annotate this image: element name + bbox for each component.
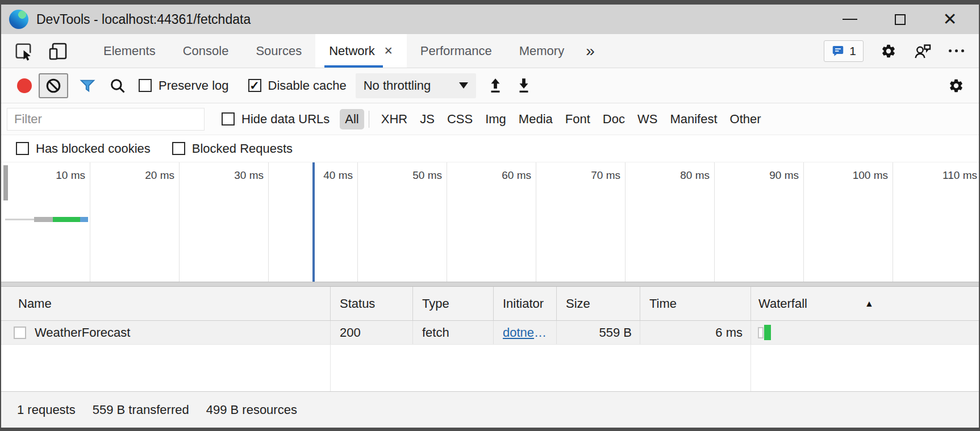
divider [369,111,369,128]
tab-label: Memory [519,44,564,58]
type-filter-ws[interactable]: WS [632,109,662,129]
waterfall-overview-download-bar [53,217,80,222]
devtools-tabbar: Elements Console Sources Network ✕ Perfo… [1,34,979,68]
throttling-dropdown[interactable]: No throttling [356,73,476,98]
timeline-tick: 30 ms [180,162,269,282]
tab-memory[interactable]: Memory [506,34,578,68]
tab-network[interactable]: Network ✕ [315,34,407,68]
filter-row: Hide data URLs All XHR JS CSS Img Media … [1,103,979,135]
maximize-button[interactable] [891,11,908,28]
throttling-value: No throttling [364,78,431,93]
device-toolbar-button[interactable] [48,41,68,61]
inspect-icon [14,41,33,61]
column-header-name[interactable]: Name [1,287,331,320]
tab-performance[interactable]: Performance [407,34,506,68]
type-filter-media[interactable]: Media [514,109,558,129]
request-name[interactable]: WeatherForecast [35,325,130,340]
preserve-log-checkbox[interactable] [139,79,152,92]
disable-cache-checkbox[interactable]: ✓ [248,79,261,92]
waterfall-download-bar [764,325,771,340]
timeline-tick: 90 ms [715,162,804,282]
initiator-link[interactable]: dotne [503,325,534,340]
panel-splitter[interactable] [1,282,979,287]
console-messages-button[interactable]: 1 [824,40,864,62]
type-filter-other[interactable]: Other [725,109,766,129]
column-header-initiator[interactable]: Initiator [494,287,557,320]
type-filter-all[interactable]: All [340,109,364,129]
column-divider [750,345,751,391]
dot-icon [961,49,964,52]
dropdown-caret-icon [459,82,468,89]
tab-sources[interactable]: Sources [242,34,315,68]
network-overview-timeline[interactable]: 10 ms 20 ms 30 ms 40 ms 50 ms 60 ms 70 m… [1,162,979,282]
row-checkbox[interactable] [14,327,26,339]
blocked-requests-checkbox[interactable] [172,142,185,155]
type-filter-doc[interactable]: Doc [598,109,630,129]
tab-label: Elements [103,44,156,58]
has-blocked-cookies-label: Has blocked cookies [36,141,151,156]
gear-icon [881,43,896,59]
chevron-double-right-icon: » [586,42,595,60]
settings-button[interactable] [881,43,896,59]
timeline-resize-handle[interactable] [3,165,8,200]
tab-label: Sources [256,44,302,58]
requests-count: 1 requests [17,403,76,417]
tab-elements[interactable]: Elements [90,34,169,68]
more-options-button[interactable] [949,49,964,52]
export-har-button[interactable] [516,77,532,94]
column-header-type[interactable]: Type [413,287,494,320]
timeline-tick: 100 ms [804,162,893,282]
disable-cache-option: ✓ Disable cache [248,78,347,93]
upload-arrow-icon [487,77,503,94]
request-waterfall-cell [751,321,979,344]
type-filter-xhr[interactable]: XHR [376,109,412,129]
network-settings-button[interactable] [948,78,969,94]
transferred-size: 559 B transferred [93,403,189,417]
blocked-requests-option: Blocked Requests [172,141,293,156]
filter-input[interactable] [7,108,205,131]
funnel-icon [78,77,97,94]
preserve-log-option: Preserve log [139,78,229,93]
type-filter-font[interactable]: Font [560,109,595,129]
type-filter-manifest[interactable]: Manifest [665,109,722,129]
filter-toggle-button[interactable] [78,77,97,94]
minimize-button[interactable] [841,11,858,28]
close-icon: ✕ [943,11,957,28]
hide-data-urls-option: Hide data URLs [222,112,330,127]
record-network-log-button[interactable] [17,78,32,93]
timeline-tick: 20 ms [90,162,180,282]
person-feedback-icon [914,43,932,60]
has-blocked-cookies-option: Has blocked cookies [16,141,151,156]
column-header-status[interactable]: Status [331,287,413,320]
timeline-tick: 80 ms [625,162,715,282]
waterfall-overview-stalled-bar [34,217,53,222]
tab-close-icon[interactable]: ✕ [384,45,393,56]
waterfall-overview-end-bar [80,217,88,222]
tab-console[interactable]: Console [169,34,243,68]
has-blocked-cookies-checkbox[interactable] [16,142,29,155]
hide-data-urls-checkbox[interactable] [222,112,235,125]
column-header-size[interactable]: Size [557,287,640,320]
import-har-button[interactable] [487,77,503,94]
message-count: 1 [849,44,856,58]
window-title: DevTools - localhost:44361/fetchdata [36,12,251,27]
type-filter-css[interactable]: CSS [442,109,478,129]
request-row[interactable]: WeatherForecast 200 fetch dotne… 559 B 6… [1,321,979,345]
timeline-tick: 50 ms [358,162,447,282]
inspect-element-button[interactable] [14,41,33,61]
gear-icon [948,78,964,94]
devtools-window: DevTools - localhost:44361/fetchdata ✕ [0,0,980,431]
feedback-button[interactable] [914,43,932,60]
clear-network-log-button[interactable] [39,73,68,98]
column-header-time[interactable]: Time [640,287,751,320]
search-button[interactable] [109,77,126,94]
tab-label: Performance [420,44,492,58]
search-icon [109,77,126,94]
type-filter-js[interactable]: JS [415,109,440,129]
type-filter-img[interactable]: Img [480,109,511,129]
tab-label: Network [329,44,375,58]
more-tabs-button[interactable]: » [578,34,603,68]
column-header-waterfall[interactable]: Waterfall ▲ [751,287,979,320]
close-button[interactable]: ✕ [941,11,958,28]
window-controls: ✕ [841,11,979,28]
